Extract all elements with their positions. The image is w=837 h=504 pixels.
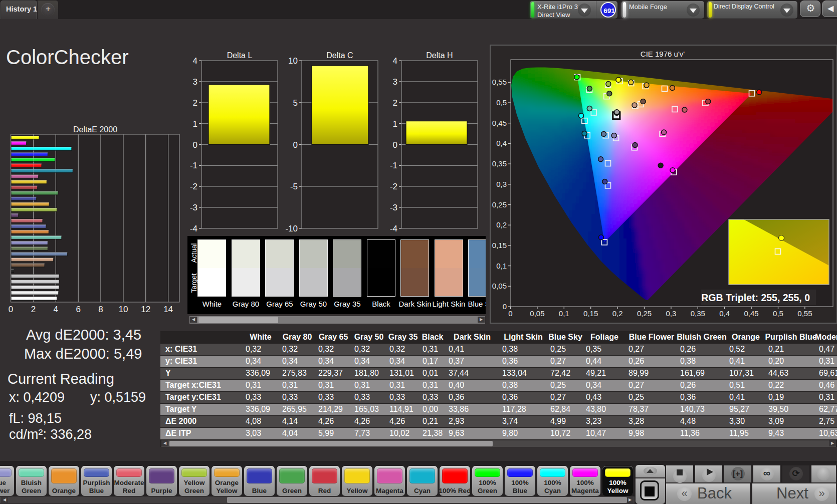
svg-text:0,45: 0,45 bbox=[744, 309, 758, 318]
svg-text:0,55: 0,55 bbox=[492, 78, 507, 86]
svg-text:0: 0 bbox=[508, 309, 512, 318]
svg-text:0,35: 0,35 bbox=[691, 309, 705, 318]
svg-text:0,45: 0,45 bbox=[492, 119, 507, 127]
svg-text:0,15: 0,15 bbox=[492, 241, 507, 249]
svg-text:0,25: 0,25 bbox=[492, 200, 507, 209]
svg-text:0,2: 0,2 bbox=[612, 309, 623, 318]
svg-text:0,4: 0,4 bbox=[719, 309, 730, 318]
svg-text:0: 0 bbox=[503, 302, 507, 311]
svg-text:0,2: 0,2 bbox=[496, 220, 507, 229]
svg-text:0,15: 0,15 bbox=[583, 309, 598, 318]
svg-text:0,05: 0,05 bbox=[530, 309, 544, 318]
svg-text:0,1: 0,1 bbox=[559, 309, 569, 318]
svg-text:RGB Triplet: 255, 255, 0: RGB Triplet: 255, 255, 0 bbox=[701, 292, 810, 303]
svg-text:CIE 1976 u'v': CIE 1976 u'v' bbox=[641, 50, 685, 58]
svg-text:0,5: 0,5 bbox=[773, 309, 783, 318]
svg-text:0,3: 0,3 bbox=[666, 309, 676, 318]
svg-text:0,35: 0,35 bbox=[492, 159, 507, 168]
svg-text:0,1: 0,1 bbox=[496, 262, 507, 270]
svg-text:0,5: 0,5 bbox=[496, 98, 507, 107]
svg-text:0,3: 0,3 bbox=[496, 180, 507, 188]
svg-text:0,55: 0,55 bbox=[797, 309, 812, 318]
svg-text:0,05: 0,05 bbox=[492, 282, 507, 290]
svg-text:0,25: 0,25 bbox=[637, 309, 652, 318]
svg-text:0,4: 0,4 bbox=[496, 139, 507, 147]
